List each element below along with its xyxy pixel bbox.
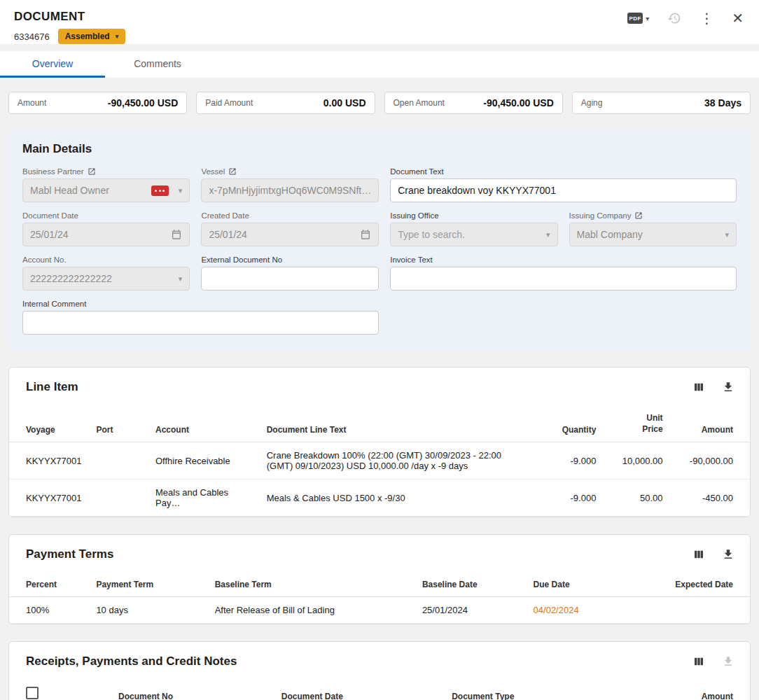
table-row[interactable]: KKYYX77001 Offhire Receivable Crane Brea… [9,442,750,479]
cell-port [90,479,150,517]
external-link-icon[interactable] [634,211,643,220]
receipts-header: Receipts, Payments and Credit Notes [9,653,750,668]
payment-terms-table: Percent Payment Term Baseline Term Basel… [9,573,750,624]
field-internal-comment: Internal Comment [22,300,379,335]
document-body: Amount -90,450.00 USD Paid Amount 0.00 U… [0,78,759,700]
field-label: Issuing Office [390,211,557,220]
issuing-company-select[interactable]: Mabl Company ▾ [569,223,737,246]
status-badge[interactable]: Assembled ▾ [58,29,126,44]
col-percent: Percent [9,573,90,597]
field-business-partner: Business Partner Mabl Head Owner ▾ [22,167,190,202]
cell-quantity: -9.000 [535,479,601,517]
history-icon [667,11,681,25]
table-header-row: Voyage Port Account Document Line Text Q… [9,405,750,442]
summary-label: Amount [18,98,46,108]
cell-baseline-date: 25/01/2024 [417,597,528,624]
chevron-down-icon: ▾ [725,230,729,239]
cell-account: Meals and Cables Pay… [150,479,261,517]
download-icon[interactable] [722,381,734,393]
section-title: Payment Terms [26,547,113,561]
table-actions [692,655,734,668]
field-created-date: Created Date 25/01/24 [201,211,379,246]
chevron-down-icon: ▾ [646,15,649,22]
created-date-field[interactable]: 25/01/24 [201,223,379,246]
cell-document-line-text: Meals & Cables USD 1500 x -9/30 [261,479,535,517]
pdf-export-button[interactable]: PDF ▾ [627,13,649,24]
download-icon[interactable] [722,655,734,668]
invoice-text-input[interactable] [390,267,737,290]
summary-value: 0.00 USD [323,97,366,108]
download-icon[interactable] [722,548,734,561]
col-expected-date: Expected Date [632,573,750,597]
cell-unit-price: 10,000.00 [601,442,668,479]
external-link-icon[interactable] [228,167,237,176]
section-title: Main Details [22,142,737,156]
external-document-no-input[interactable] [201,267,379,290]
header-actions: PDF ▾ ⋮ ✕ [627,11,744,25]
document-date-field[interactable]: 25/01/24 [22,223,190,246]
more-menu-button[interactable]: ⋮ [699,11,713,25]
col-document-no: Document No [113,680,276,700]
col-select [9,680,113,700]
internal-comment-input[interactable] [22,311,379,335]
col-payment-term: Payment Term [90,573,209,597]
summary-value: -90,450.00 USD [108,97,178,108]
field-label: Document Text [390,167,737,176]
tab-comments[interactable]: Comments [105,51,210,78]
field-label: Vessel [201,167,379,176]
main-details-grid: Business Partner Mabl Head Owner ▾ Vesse… [22,167,737,335]
tab-overview[interactable]: Overview [0,51,105,78]
account-no-select[interactable]: 222222222222222 ▾ [22,267,190,290]
cell-voyage: KKYYX77001 [9,479,90,517]
table-header-row: Document No Document Date Document Type … [9,680,750,700]
business-partner-select[interactable]: Mabl Head Owner ▾ [22,178,190,202]
chevron-down-icon: ▾ [179,186,183,195]
table-row[interactable]: KKYYX77001 Meals and Cables Pay… Meals &… [9,479,750,517]
columns-icon[interactable] [692,381,705,393]
summary-value: 38 Days [704,97,741,108]
columns-icon[interactable] [692,548,705,561]
calendar-icon [171,229,182,240]
field-issuing-company: Issuing Company Mabl Company ▾ [569,211,737,246]
cell-baseline-term: After Release of Bill of Lading [209,597,417,624]
field-label: Document Date [22,211,190,220]
field-label: External Document No [201,255,379,264]
section-title: Line Item [26,380,78,394]
status-label: Assembled [65,31,110,41]
cell-expected-date [632,597,750,624]
document-text-input[interactable] [390,178,737,202]
col-voyage: Voyage [9,405,90,442]
payment-terms-panel: Payment Terms Percent Payment Term Basel… [8,534,751,624]
table-header-row: Percent Payment Term Baseline Term Basel… [9,573,750,597]
payment-terms-header: Payment Terms [9,546,750,561]
line-item-panel: Line Item Voyage Port Account Document [8,367,751,517]
field-label: Invoice Text [390,255,737,264]
receipts-panel: Receipts, Payments and Credit Notes Docu… [8,641,751,700]
summary-label: Open Amount [394,98,445,108]
cell-port [90,442,150,479]
table-row[interactable]: 100% 10 days After Release of Bill of La… [9,597,750,624]
vessel-field[interactable]: x-7pMnHjyjimtxgHOq6WC0M9SNft… [201,178,379,202]
field-external-document-no: External Document No [201,255,379,290]
issuing-office-select[interactable]: Type to search. ▾ [390,223,557,246]
document-window: DOCUMENT 6334676 Assembled ▾ PDF ▾ ⋮ ✕ O… [0,0,759,700]
summary-card-amount: Amount -90,450.00 USD [8,92,187,114]
col-amount: Amount [669,680,750,700]
col-unit-price: Unit Price [601,405,668,442]
close-button[interactable]: ✕ [732,11,744,25]
history-button[interactable] [667,11,681,25]
col-document-type: Document Type [446,680,668,700]
col-amount: Amount [669,405,750,442]
cell-account: Offhire Receivable [150,442,261,479]
cell-payment-term: 10 days [90,597,209,624]
external-link-icon[interactable] [88,167,96,176]
col-baseline-term: Baseline Term [209,573,417,597]
field-label: Account No. [22,255,190,264]
cell-voyage: KKYYX77001 [9,442,90,479]
table-actions [692,548,734,561]
close-icon: ✕ [732,11,744,25]
select-all-checkbox[interactable] [26,687,39,699]
field-vessel: Vessel x-7pMnHjyjimtxgHOq6WC0M9SNft… [201,167,379,202]
partner-flag-icon [151,186,169,196]
columns-icon[interactable] [692,655,705,668]
